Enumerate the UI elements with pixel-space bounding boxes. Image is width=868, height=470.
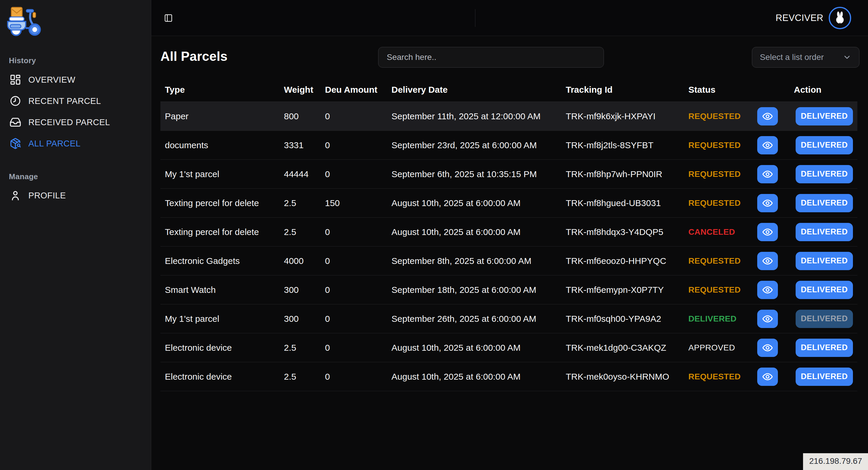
cell-delivery-date: August 10th, 2025 at 6:00:00 AM	[392, 198, 566, 208]
view-parcel-button[interactable]	[757, 136, 778, 155]
view-parcel-button[interactable]	[757, 281, 778, 299]
sidebar-item-profile[interactable]: PROFILE	[0, 185, 151, 206]
status-badge: REQUESTED	[688, 256, 757, 266]
table-header-row: Type Weight Deu Amount Delivery Date Tra…	[160, 78, 857, 102]
delivered-button[interactable]: DELIVERED	[796, 368, 853, 386]
sidebar-item-overview[interactable]: OVERVIEW	[0, 69, 151, 90]
delivered-button[interactable]: DELIVERED	[796, 165, 853, 183]
eye-icon	[762, 313, 773, 325]
view-parcel-button[interactable]	[757, 165, 778, 183]
cell-deu-amount: 0	[325, 140, 392, 150]
sidebar-nav-manage: PROFILE	[0, 185, 151, 206]
cell-type: documents	[165, 140, 284, 150]
column-header-type: Type	[165, 85, 284, 95]
user-icon	[9, 190, 21, 201]
cell-delivery-date: August 10th, 2025 at 6:00:00 AM	[392, 227, 566, 237]
column-header-action: Action	[757, 85, 857, 95]
cell-action: DELIVERED	[757, 281, 857, 299]
sidebar-item-all-parcel[interactable]: ALL PARCEL	[0, 133, 151, 154]
status-badge: REQUESTED	[688, 285, 757, 295]
status-badge: REQUESTED	[688, 372, 757, 381]
cell-tracking-id: TRK-mek0oyso-KHRNMO	[566, 372, 688, 382]
delivered-button[interactable]: DELIVERED	[796, 194, 853, 212]
status-badge: REQUESTED	[688, 169, 757, 179]
cell-delivery-date: August 10th, 2025 at 6:00:00 AM	[392, 343, 566, 353]
eye-icon	[762, 227, 773, 238]
delivered-button[interactable]: DELIVERED	[796, 136, 853, 155]
list-order-select[interactable]: Select a list order	[752, 47, 860, 68]
delivered-button[interactable]: DELIVERED	[796, 281, 853, 299]
sidebar-item-label: RECENT PARCEL	[28, 96, 101, 106]
table-row: documents 3331 0 September 23rd, 2025 at…	[160, 131, 857, 160]
cell-deu-amount: 0	[325, 285, 392, 295]
list-order-select-value: Select a list order	[760, 53, 824, 62]
delivered-button[interactable]: DELIVERED	[796, 223, 853, 241]
eye-icon	[762, 198, 773, 209]
column-header-deu-amount: Deu Amount	[325, 85, 392, 95]
delivery-scooter-logo	[5, 6, 44, 37]
rabbit-icon	[832, 10, 848, 26]
sidebar-item-label: ALL PARCEL	[28, 139, 80, 148]
cell-weight: 300	[284, 285, 325, 295]
cell-deu-amount: 150	[325, 198, 392, 208]
cell-type: My 1'st parcel	[165, 314, 284, 324]
dashboard-icon	[9, 74, 21, 86]
cell-delivery-date: September 26th, 2025 at 6:00:00 AM	[392, 314, 566, 324]
cell-type: Paper	[165, 111, 284, 121]
table-row: Texting percel for delete 2.5 0 August 1…	[160, 217, 857, 246]
view-parcel-button[interactable]	[757, 252, 778, 270]
sidebar-item-recent-parcel[interactable]: RECENT PARCEL	[0, 90, 151, 111]
sidebar-item-received-parcel[interactable]: RECEIVED PARCEL	[0, 111, 151, 133]
cell-action: DELIVERED	[757, 107, 857, 126]
status-badge: CANCELED	[688, 227, 757, 237]
view-parcel-button[interactable]	[757, 223, 778, 241]
delivered-button[interactable]: DELIVERED	[796, 339, 853, 357]
view-parcel-button[interactable]	[757, 194, 778, 212]
cell-type: Electronic device	[165, 372, 284, 382]
eye-icon	[762, 256, 773, 267]
cell-weight: 2.5	[284, 343, 325, 353]
table-body: Paper 800 0 September 11th, 2025 at 12:0…	[160, 102, 857, 391]
eye-icon	[762, 371, 773, 382]
delivered-button[interactable]: DELIVERED	[796, 252, 853, 270]
cell-type: My 1'st parcel	[165, 169, 284, 179]
status-badge: REQUESTED	[688, 140, 757, 150]
column-header-delivery-date: Delivery Date	[392, 85, 566, 95]
cell-action: DELIVERED	[757, 165, 857, 183]
cell-weight: 2.5	[284, 227, 325, 237]
search-input[interactable]	[378, 47, 604, 68]
avatar[interactable]	[829, 7, 851, 29]
sidebar: History OVERVIEW RECENT PARCEL RECEIVED …	[0, 0, 151, 470]
table-row: Electronic device 2.5 0 August 10th, 202…	[160, 333, 857, 362]
topbar: REVCIVER	[151, 0, 868, 36]
sidebar-item-label: PROFILE	[28, 191, 66, 200]
cell-tracking-id: TRK-mek1dg00-C3AKQZ	[566, 343, 688, 353]
cell-type: Electronic device	[165, 343, 284, 353]
cell-deu-amount: 0	[325, 372, 392, 382]
sidebar-nav-history: OVERVIEW RECENT PARCEL RECEIVED PARCEL	[0, 69, 151, 154]
cell-action: DELIVERED	[757, 252, 857, 270]
parcels-table: Type Weight Deu Amount Delivery Date Tra…	[160, 78, 857, 391]
main-content: All Parcels Select a list order Type Wei…	[151, 36, 868, 470]
cell-delivery-date: September 6th, 2025 at 10:35:15 PM	[392, 169, 566, 179]
status-badge: REQUESTED	[688, 198, 757, 208]
cell-tracking-id: TRK-mf8j2tls-8SYFBT	[566, 140, 688, 150]
view-parcel-button[interactable]	[757, 339, 778, 357]
cell-weight: 44444	[284, 169, 325, 179]
sidebar-toggle-button[interactable]	[163, 13, 174, 23]
status-badge: REQUESTED	[688, 111, 757, 121]
cell-weight: 800	[284, 111, 325, 121]
view-parcel-button[interactable]	[757, 107, 778, 126]
cell-deu-amount: 0	[325, 343, 392, 353]
cell-type: Smart Watch	[165, 285, 284, 295]
status-bar-ip: 216.198.79.67	[803, 453, 868, 470]
user-name-label: REVCIVER	[776, 13, 824, 23]
cell-delivery-date: September 11th, 2025 at 12:00:00 AM	[392, 111, 566, 121]
status-badge: APPROVED	[688, 343, 757, 352]
eye-icon	[762, 284, 773, 296]
delivered-button[interactable]: DELIVERED	[796, 107, 853, 126]
sidebar-section-manage: Manage	[9, 172, 38, 181]
cell-weight: 300	[284, 314, 325, 324]
view-parcel-button[interactable]	[757, 310, 778, 328]
view-parcel-button[interactable]	[757, 368, 778, 386]
